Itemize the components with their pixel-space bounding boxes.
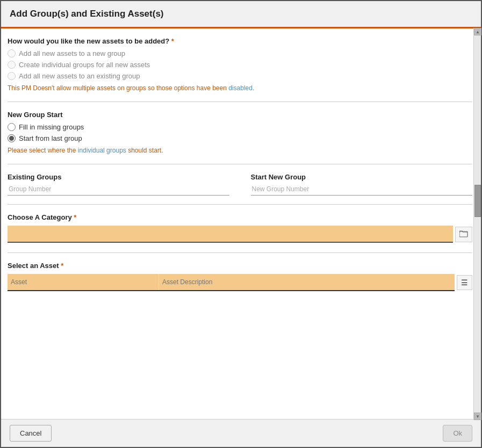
asset-row: ☰ [8, 274, 472, 291]
asset-add-question: How would you like the new assets to be … [8, 37, 472, 45]
group-number-input[interactable] [8, 183, 229, 196]
category-label: Choose A Category [8, 213, 472, 221]
existing-groups-field: Existing Groups [8, 173, 229, 196]
option-individual-groups-label: Create individual groups for all new ass… [19, 61, 150, 69]
new-group-number-input[interactable] [251, 183, 473, 196]
category-row [8, 226, 472, 243]
ok-button[interactable]: Ok [443, 425, 472, 442]
option-fill-missing-radio[interactable] [8, 123, 16, 131]
start-new-group-label: Start New Group [251, 173, 473, 181]
scrollbar-thumb[interactable] [474, 185, 481, 217]
asset-add-section: How would you like the new assets to be … [8, 37, 472, 92]
scrollbar-up-button[interactable]: ▲ [474, 28, 481, 35]
group-start-warning: Please select where the individual group… [8, 147, 472, 154]
dialog-footer: Cancel Ok [1, 419, 481, 447]
option-start-last-radio[interactable] [8, 134, 16, 142]
divider-3 [8, 204, 472, 205]
scrollbar-down-button[interactable]: ▼ [474, 413, 481, 420]
option-existing-group[interactable]: Add all new assets to an existing group [8, 72, 472, 80]
individual-link: individual groups [78, 147, 126, 154]
start-new-group-field: Start New Group [251, 173, 473, 196]
groups-row: Existing Groups Start New Group [8, 173, 472, 196]
new-group-start-section: New Group Start Fill in missing groups S… [8, 111, 472, 154]
option-individual-groups[interactable]: Create individual groups for all new ass… [8, 61, 472, 69]
disabled-link: disabled [228, 84, 253, 92]
category-input-wrapper [8, 226, 453, 243]
option-start-last-label: Start from last group [19, 134, 82, 142]
divider-4 [8, 252, 472, 253]
asset-section: Select an Asset ☰ [8, 262, 472, 291]
option-start-last[interactable]: Start from last group [8, 134, 472, 142]
existing-groups-label: Existing Groups [8, 173, 229, 181]
category-input[interactable] [8, 226, 453, 243]
option-existing-group-label: Add all new assets to an existing group [19, 72, 140, 80]
scrollbar-track: ▲ ▼ [473, 28, 481, 420]
option-new-group-radio[interactable] [8, 49, 16, 57]
asset-add-options: Add all new assets to a new group Create… [8, 49, 472, 80]
cancel-button[interactable]: Cancel [10, 425, 52, 442]
asset-desc-input[interactable] [159, 274, 455, 290]
new-group-start-label: New Group Start [8, 111, 472, 119]
divider-1 [8, 102, 472, 102]
asset-input-wrapper [8, 274, 455, 291]
option-individual-groups-radio[interactable] [8, 61, 16, 69]
option-fill-missing-label: Fill in missing groups [19, 123, 84, 131]
dialog: Add Group(s) and Existing Asset(s) How w… [0, 0, 482, 448]
divider-2 [8, 164, 472, 164]
option-fill-missing[interactable]: Fill in missing groups [8, 123, 472, 131]
category-section: Choose A Category [8, 213, 472, 243]
option-existing-group-radio[interactable] [8, 72, 16, 80]
dialog-title: Add Group(s) and Existing Asset(s) [1, 1, 481, 28]
option-new-group-label: Add all new assets to a new group [19, 49, 125, 57]
asset-menu-button[interactable]: ☰ [457, 275, 472, 290]
asset-label: Select an Asset [8, 262, 472, 270]
folder-icon [459, 230, 468, 237]
asset-input[interactable] [8, 274, 159, 290]
disabled-notice: This PM Doesn't allow multiple assets on… [8, 84, 472, 92]
group-start-options: Fill in missing groups Start from last g… [8, 123, 472, 142]
option-new-group[interactable]: Add all new assets to a new group [8, 49, 472, 57]
category-browse-button[interactable] [455, 227, 472, 242]
dialog-body: How would you like the new assets to be … [1, 28, 481, 419]
